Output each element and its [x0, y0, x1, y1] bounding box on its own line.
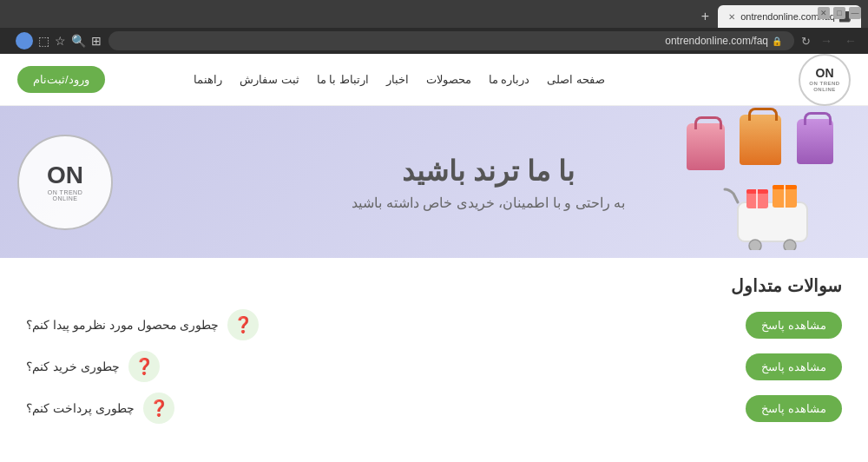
shopping-bag-pink [687, 123, 725, 170]
svg-point-1 [749, 240, 761, 250]
sidebar-item-products[interactable]: محصولات [426, 73, 471, 86]
faq-icon-3: ❓ [143, 393, 174, 424]
faq-item-3: مشاهده پاسخ ❓ چطوری پرداخت کنم؟ [26, 393, 842, 424]
faq-answer-btn-1[interactable]: مشاهده پاسخ [746, 312, 842, 339]
navbar: ON ON TRENDONLINE صفحه اصلی درباره ما مح… [0, 54, 868, 106]
hero-text-block: با ما ترند باشید به راحتی و با اطمینان، … [352, 154, 625, 210]
nav-links: صفحه اصلی درباره ما محصولات اخبار ارتباط… [17, 73, 781, 86]
faq-question-2: چطوری خرید کنم؟ [26, 360, 120, 373]
window-close-btn[interactable]: ✕ [818, 7, 830, 19]
faq-right-2: ❓ چطوری خرید کنم؟ [26, 351, 160, 382]
translate-icon[interactable]: ⊞ [91, 34, 102, 48]
shopping-cart [720, 181, 833, 254]
svg-point-2 [784, 240, 796, 250]
faq-answer-btn-2[interactable]: مشاهده پاسخ [746, 353, 842, 380]
faq-icon-2: ❓ [128, 351, 160, 382]
search-icon[interactable]: 🔍 [71, 34, 86, 48]
profile-btn[interactable] [16, 32, 33, 50]
window-minimize-btn[interactable]: — [849, 7, 861, 19]
hero-logo-on-text: ON [47, 163, 83, 188]
faq-section-title: سوالات متداول [26, 275, 842, 296]
extensions-icon[interactable]: ⬚ [38, 34, 49, 48]
hero-banner: با ما ترند باشید به راحتی و با اطمینان، … [0, 106, 868, 258]
url-bar[interactable]: 🔒 ontrendonline.com/faq [108, 31, 794, 50]
logo-on-text: ON [809, 66, 839, 81]
faq-item-1: مشاهده پاسخ ❓ چطوری محصول مورد نظرمو پید… [26, 309, 842, 340]
sidebar-item-guide[interactable]: راهنما [194, 73, 222, 86]
hero-subtitle: به راحتی و با اطمینان، خریدی خاص داشته ب… [352, 194, 625, 210]
shopping-bag-orange [740, 115, 781, 165]
sidebar-item-order[interactable]: ثبت سفارش [240, 73, 299, 86]
faq-right-1: ❓ چطوری محصول مورد نظرمو پیدا کنم؟ [26, 309, 259, 340]
hero-logo-sub-text: ON TRENDONLINE [47, 189, 83, 201]
faq-icon-1: ❓ [227, 309, 259, 340]
hero-logo: ON ON TRENDONLINE [17, 135, 113, 230]
shopping-bag-purple [797, 119, 833, 164]
faq-answer-btn-3[interactable]: مشاهده پاسخ [746, 395, 842, 422]
website-content: ON ON TRENDONLINE صفحه اصلی درباره ما مح… [0, 54, 868, 462]
nav-back-btn[interactable]: ← [842, 34, 859, 48]
faq-item-2: مشاهده پاسخ ❓ چطوری خرید کنم؟ [26, 351, 842, 382]
faq-question-3: چطوری پرداخت کنم؟ [26, 401, 135, 415]
sidebar-item-news[interactable]: اخبار [386, 73, 409, 86]
url-text: ontrendonline.com/faq [665, 35, 768, 47]
sidebar-item-home[interactable]: صفحه اصلی [547, 73, 605, 86]
hero-title: با ما ترند باشید [352, 154, 625, 187]
logo-sub-text: ON TRENDONLINE [809, 81, 839, 93]
nav-forward-btn[interactable]: → [818, 34, 835, 48]
reload-btn[interactable]: ↻ [801, 35, 811, 48]
sidebar-item-contact[interactable]: ارتباط با ما [317, 73, 369, 86]
faq-question-1: چطوری محصول مورد نظرمو پیدا کنم؟ [26, 318, 219, 332]
faq-section: سوالات متداول مشاهده پاسخ ❓ چطوری محصول … [0, 258, 868, 452]
new-tab-btn[interactable]: + [696, 7, 714, 26]
faq-right-3: ❓ چطوری پرداخت کنم؟ [26, 393, 174, 424]
browser-actions: ⊞ 🔍 ☆ ⬚ [16, 32, 102, 50]
window-maximize-btn[interactable]: □ [833, 7, 845, 19]
logo[interactable]: ON ON TRENDONLINE [799, 54, 851, 106]
sidebar-item-about[interactable]: درباره ما [489, 73, 530, 86]
login-button[interactable]: ورود/ثبت‌نام [17, 66, 105, 93]
tab-close-btn[interactable]: ✕ [728, 12, 735, 22]
lock-icon: 🔒 [772, 36, 782, 46]
star-icon[interactable]: ☆ [55, 34, 66, 48]
